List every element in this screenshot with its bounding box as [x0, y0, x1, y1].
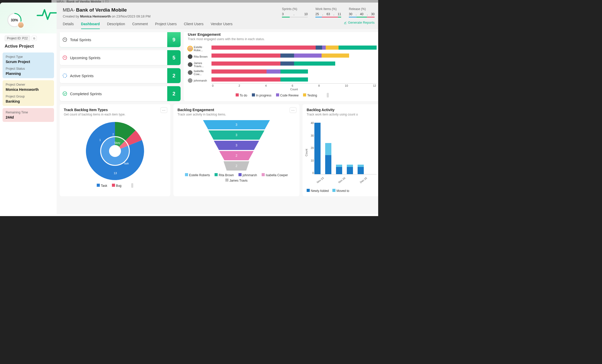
be-subtitle: Track user activity in backlog items. [178, 113, 295, 116]
stat-sprints-: Sprints (%) 3.10 [282, 7, 308, 17]
page-header: MBA- Bank of Verdia Mobile Created by Mo… [57, 3, 378, 29]
svg-point-4 [63, 74, 67, 78]
tab-client-users[interactable]: Client Users [184, 22, 203, 29]
funnel-segment: 2 [219, 151, 254, 160]
sprint-card-active-sprints[interactable]: Active Sprints 2 [60, 68, 181, 83]
ue-bar-row [211, 51, 377, 59]
ue-legend: To doIn progressCode ReviewTesting [188, 93, 377, 97]
ue-user-label: Isabella Cow... [188, 68, 211, 76]
ba-chart: Count 403020100 Nov 23Nov 26Dec 25 [314, 121, 377, 181]
legend-item[interactable]: Rita Brown [215, 173, 234, 177]
project-status-label: Project Status [6, 67, 51, 70]
legend-item[interactable]: Testing [303, 93, 317, 97]
project-type-value: Scrum Project [6, 60, 51, 64]
user-engagement-panel: User Engagement Track most engaged users… [184, 32, 378, 101]
ue-xlabel: Count [211, 88, 377, 91]
clock-icon [60, 37, 70, 42]
legend-item[interactable]: Task [97, 184, 107, 188]
remaining-time-value: 244d [6, 115, 51, 119]
backlog-types-panel: Track Backlog Item Types Get count of ba… [60, 104, 170, 196]
owner-avatar [17, 22, 24, 28]
ba-bar-group [347, 165, 353, 174]
sprint-card-total-sprints[interactable]: Total Sprints 9 [60, 32, 181, 47]
spin-icon [60, 73, 70, 78]
ba-bar-group [358, 165, 364, 174]
legend-item[interactable]: In progress [252, 93, 271, 97]
legend-item[interactable]: Moved to [332, 189, 349, 193]
clock-icon [60, 55, 70, 60]
main-panel: MBA- Bank of Verdia Mobile Created by Mo… [57, 3, 378, 216]
page-title: Bank of Verdia Mobile [76, 7, 127, 13]
sprint-card-completed-sprints[interactable]: Completed Sprints 2 [60, 86, 181, 101]
tab-dashboard[interactable]: Dashboard [81, 22, 100, 29]
legend-item[interactable]: Estelle Roberts [185, 173, 210, 177]
be-title: Backlog Engagement [178, 108, 295, 112]
pulse-icon [36, 5, 57, 23]
bt-title: Track Backlog Item Types [64, 108, 166, 112]
legend-item[interactable]: Isabella Cowper [262, 173, 288, 177]
donut-chart: 2 1 13 Story Task [85, 121, 145, 181]
project-id-badge: Project ID: P22 [5, 35, 30, 41]
sprint-card-upcoming-sprints[interactable]: Upcoming Sprints 5 [60, 50, 181, 65]
title-prefix: MBA- [63, 7, 75, 13]
tab-project-users[interactable]: Project Users [155, 22, 177, 29]
panel-menu-button[interactable]: ⋯ [290, 107, 296, 113]
legend-item[interactable]: johnmarsh [238, 173, 257, 177]
svg-point-6 [109, 145, 121, 157]
ba-subtitle: Track work item activity using count o [307, 113, 377, 116]
tab-comment[interactable]: Comment [132, 22, 148, 29]
legend-item[interactable]: James Travis [225, 179, 248, 182]
ue-bar-row [211, 67, 377, 75]
scroll-handle[interactable] [327, 93, 329, 97]
ba-title: Backlog Activity [307, 108, 377, 112]
ue-xaxis: 024681012 [211, 84, 377, 87]
panel-menu-button[interactable]: ⋯ [161, 107, 167, 113]
project-owner-value: Monica Hemsworth [6, 87, 51, 92]
funnel-chart: 33322 [200, 120, 272, 171]
avatar [188, 54, 192, 59]
tab-details[interactable]: Details [63, 22, 74, 29]
legend-item[interactable]: Code Review [276, 93, 298, 97]
project-status-value: Planning [6, 72, 51, 76]
generate-reports-link[interactable]: Generate Reports [343, 21, 375, 24]
project-owner-label: Project Owner [6, 83, 51, 86]
bt-subtitle: Get count of backlog items in each item … [64, 113, 166, 116]
project-group-value: Banking [6, 99, 51, 103]
progress-ring: 33% [7, 13, 22, 27]
ba-bar-group [325, 143, 331, 174]
legend-item[interactable]: To do [236, 93, 247, 97]
tab-bar: DetailsDashboardDescriptionCommentProjec… [63, 22, 375, 29]
remaining-time-card: Remaining Time 244d [3, 108, 54, 122]
ue-user-label: Estelle Robe... [188, 45, 211, 52]
project-group-label: Project Group [6, 95, 51, 98]
funnel-segment: 3 [203, 120, 270, 129]
legend-item[interactable]: Newly Added [307, 189, 329, 193]
project-type-card: Project Type Scrum Project Project Statu… [3, 52, 54, 78]
scroll-handle[interactable] [131, 183, 133, 188]
tab-vendor-users[interactable]: Vendor Users [211, 22, 233, 29]
funnel-segment: 3 [214, 141, 259, 150]
ue-user-label: James Travis... [188, 60, 211, 68]
sidebar: 33% Project ID: P22 ⧉ Active Project Pro… [0, 3, 57, 216]
avatar [188, 78, 192, 83]
report-icon [343, 21, 347, 24]
avatar [188, 46, 192, 51]
avatar [188, 62, 192, 67]
ue-bars [211, 43, 377, 84]
backlog-activity-panel: Backlog Activity Track work item activit… [303, 104, 378, 196]
project-type-label: Project Type [6, 55, 51, 59]
tab-description[interactable]: Description [107, 22, 125, 29]
bt-legend: TaskBug [64, 183, 166, 188]
ue-bar-row [211, 59, 377, 67]
ue-bar-row [211, 43, 377, 51]
avatar [188, 70, 192, 75]
stat-work-items-: Work Items (%) 25.63.11 [315, 7, 341, 17]
ue-bar-row [211, 75, 377, 83]
ba-bar-group [314, 123, 321, 174]
funnel-segment: 3 [208, 130, 264, 140]
funnel-segment: 2 [224, 161, 249, 171]
stat-release-: Release (%) 30.40.30 [349, 7, 375, 17]
legend-item[interactable]: Bug [112, 184, 121, 188]
copy-id-button[interactable]: ⧉ [32, 36, 37, 41]
project-owner-card: Project Owner Monica Hemsworth Project G… [3, 80, 54, 106]
